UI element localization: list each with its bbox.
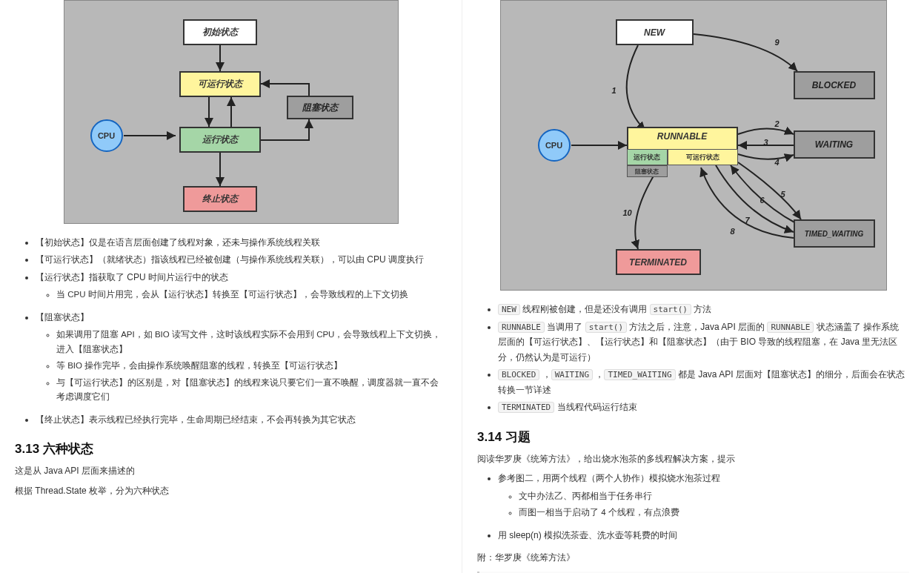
d1-initial: 初始状态 <box>183 19 257 45</box>
bullet: 如果调用了阻塞 API，如 BIO 读写文件，这时该线程实际不会用到 CPU，会… <box>56 328 447 357</box>
bullet: 用 sleep(n) 模拟洗茶壶、洗水壶等耗费的时间 <box>498 528 909 543</box>
bullet: 【可运行状态】（就绪状态）指该线程已经被创建（与操作系统线程关联），可以由 CP… <box>36 252 447 267</box>
t: 方法之后，注意，Java API 层面的 <box>627 322 767 332</box>
code-waiting: WAITING <box>551 369 593 380</box>
code-blocked: BLOCKED <box>498 369 539 380</box>
code-terminated: TERMINATED <box>498 402 554 413</box>
d2-new: NEW <box>616 19 694 45</box>
paragraph: 阅读华罗庚《统筹方法》，给出烧水泡茶的多线程解决方案，提示 <box>477 451 909 466</box>
t: 当调用了 <box>545 322 585 332</box>
edge-9: 9 <box>775 38 780 47</box>
code-timed: TIMED_WAITING <box>604 369 675 380</box>
t: 当线程代码运行结束 <box>554 402 637 412</box>
d1-running: 运行状态 <box>179 127 261 153</box>
bullet: BLOCKED ，WAITING ，TIMED_WAITING 都是 Java … <box>498 367 909 397</box>
bullet: 与【可运行状态】的区别是，对【阻塞状态】的线程来说只要它们一直不唤醒，调度器就一… <box>56 376 447 405</box>
t: ， <box>593 369 604 380</box>
edge-8: 8 <box>731 227 735 236</box>
bullet: RUNNABLE 当调用了 start() 方法之后，注意，Java API 层… <box>498 319 909 365</box>
paragraph: 这是从 Java API 层面来描述的 <box>15 463 447 478</box>
five-states-bullets: 【初始状态】仅是在语言层面创建了线程对象，还未与操作系统线程关联 【可运行状态】… <box>15 235 447 427</box>
edge-3: 3 <box>764 138 768 147</box>
edge-4: 4 <box>775 158 780 167</box>
bullet: 文中办法乙、丙都相当于任务串行 <box>519 489 909 504</box>
edge-6: 6 <box>760 196 765 205</box>
edge-5: 5 <box>781 190 785 199</box>
code-new: NEW <box>498 304 520 315</box>
edge-2: 2 <box>775 119 780 128</box>
bullet: 等 BIO 操作完毕，会由操作系统唤醒阻塞的线程，转换至【可运行状态】 <box>56 359 447 374</box>
edge-10: 10 <box>623 208 632 217</box>
paragraph: 根据 Thread.State 枚举，分为六种状态 <box>15 483 447 498</box>
code-runnable2: RUNNABLE <box>767 322 814 333</box>
bullet-text: 【运行状态】指获取了 CPU 时间片运行中的状态 <box>36 272 228 282</box>
bullet: 参考图二，用两个线程（两个人协作）模拟烧水泡茶过程 文中办法乙、丙都相当于任务串… <box>498 471 909 520</box>
right-column: CPU NEW RUNNABLE 运行状态 可运行状态 阻塞状态 BLOCKED… <box>462 0 924 573</box>
d2-blocked: BLOCKED <box>794 71 875 99</box>
diagram-five-states: CPU 初始状态 可运行状态 运行状态 阻塞状态 终止状态 <box>64 0 399 224</box>
t: ， <box>539 369 551 380</box>
paragraph: 附：华罗庚《统筹方法》 <box>477 550 909 565</box>
code-runnable: RUNNABLE <box>498 322 545 333</box>
d2-waiting: WAITING <box>794 130 875 159</box>
edge-1: 1 <box>612 86 616 95</box>
left-column: CPU 初始状态 可运行状态 运行状态 阻塞状态 终止状态 【初始状态】仅是在语… <box>0 0 462 573</box>
bullet-text: 【阻塞状态】 <box>36 312 89 322</box>
bullet: 当 CPU 时间片用完，会从【运行状态】转换至【可运行状态】，会导致线程的上下文… <box>56 288 447 302</box>
edge-7: 7 <box>745 216 750 225</box>
bullet: NEW 线程刚被创建，但是还没有调用 start() 方法 <box>498 302 909 317</box>
bullet: 【终止状态】表示线程已经执行完毕，生命周期已经结束，不会再转换为其它状态 <box>36 412 447 427</box>
d2-sub-running: 运行状态 <box>627 149 668 165</box>
d1-blocked: 阻塞状态 <box>287 96 353 119</box>
section-313-title: 3.13 六种状态 <box>15 440 447 457</box>
exercise-bullets: 参考图二，用两个线程（两个人协作）模拟烧水泡茶过程 文中办法乙、丙都相当于任务串… <box>477 471 909 543</box>
bullet: 而图一相当于启动了 4 个线程，有点浪费 <box>519 506 909 520</box>
t: 方法 <box>691 304 711 314</box>
d1-terminated: 终止状态 <box>183 186 257 212</box>
bullet: TERMINATED 当线程代码运行结束 <box>498 400 909 415</box>
bullet: 【阻塞状态】 如果调用了阻塞 API，如 BIO 读写文件，这时该线程实际不会用… <box>36 310 447 405</box>
diagram-six-states: CPU NEW RUNNABLE 运行状态 可运行状态 阻塞状态 BLOCKED… <box>500 0 887 291</box>
t: 线程刚被创建，但是还没有调用 <box>520 304 650 314</box>
d2-sub-ready: 可运行状态 <box>668 149 738 165</box>
t: 参考图二，用两个线程（两个人协作）模拟烧水泡茶过程 <box>498 473 720 483</box>
d2-terminated: TERMINATED <box>616 249 701 275</box>
d2-runnable-label: RUNNABLE <box>657 131 707 142</box>
d1-cpu: CPU <box>90 119 123 152</box>
six-states-bullets: NEW 线程刚被创建，但是还没有调用 start() 方法 RUNNABLE 当… <box>477 302 909 415</box>
d2-timed-waiting: TIMED_WAITING <box>794 219 875 248</box>
d2-sub-blocked: 阻塞状态 <box>627 165 668 177</box>
d2-cpu: CPU <box>538 129 571 162</box>
d1-runnable: 可运行状态 <box>179 71 261 97</box>
section-314-title: 3.14 习题 <box>477 428 909 446</box>
code-start2: start() <box>585 322 627 333</box>
bullet: 【运行状态】指获取了 CPU 时间片运行中的状态 当 CPU 时间片用完，会从【… <box>36 270 447 302</box>
code-start: start() <box>650 304 691 315</box>
bullet: 【初始状态】仅是在语言层面创建了线程对象，还未与操作系统线程关联 <box>36 235 447 250</box>
